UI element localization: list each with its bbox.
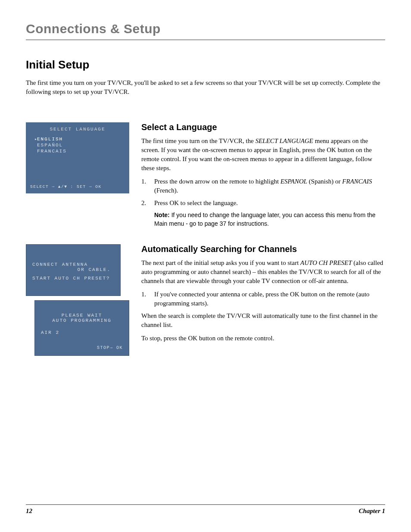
menu-name-italic: AUTO CH PRESET (300, 259, 352, 266)
step-1: 1. If you've connected your antenna or c… (141, 290, 385, 308)
section1-paragraph: The first time you turn on the TV/VCR, t… (141, 137, 385, 173)
note-text: If you need to change the language later… (154, 212, 376, 227)
note-paragraph: Note: If you need to change the language… (141, 211, 385, 228)
section-select-language-row: SELECT LANGUAGE ENGLISH ESPAÑOL FRANCAIS… (26, 122, 385, 228)
page-number: 12 (26, 507, 32, 515)
intro-paragraph: The first time you turn on your TV/VCR, … (26, 78, 385, 96)
osd-lang-item-english: ENGLISH (30, 136, 125, 142)
text: The next part of the initial setup asks … (141, 259, 300, 266)
note-label: Note: (154, 212, 170, 218)
text: The first time you turn on the TV/VCR, t… (141, 137, 255, 144)
section2-p2: When the search is complete the TV/VCR w… (141, 311, 385, 330)
step-number: 2. (141, 199, 149, 208)
osd-auto-programming: PLEASE WAIT AUTO PROGRAMMING AIR 2 STOP→… (34, 300, 129, 356)
osd-stack: CONNECT ANTENNA OR CABLE. START AUTO CH … (26, 244, 129, 356)
option-italic: FRANCAIS (342, 178, 372, 185)
section-auto-search: Automatically Searching for Channels The… (141, 244, 385, 356)
page-title: Initial Setup (26, 58, 385, 72)
step-2: 2. Press OK to select the language. (141, 199, 385, 208)
osd-line: STOP→ OK (41, 345, 123, 350)
menu-name-italic: SELECT LANGUAGE (255, 137, 313, 144)
osd-line: PLEASE WAIT (41, 313, 123, 318)
section-heading-channels: Automatically Searching for Channels (141, 244, 385, 254)
osd-select-language: SELECT LANGUAGE ENGLISH ESPAÑOL FRANCAIS… (26, 122, 129, 193)
step-text: If you've connected your antenna or cabl… (154, 290, 385, 308)
text: (Spanish) or (307, 178, 342, 185)
section2-paragraph: The next part of the initial setup asks … (141, 258, 385, 286)
step-text: Press OK to select the language. (154, 199, 385, 208)
chapter-header: Connections & Setup (26, 22, 385, 40)
text: (French). (154, 187, 178, 194)
osd-connect-antenna: CONNECT ANTENNA OR CABLE. START AUTO CH … (26, 244, 121, 296)
chapter-label: Chapter 1 (359, 507, 385, 515)
steps-list-language: 1. Press the down arrow on the remote to… (141, 177, 385, 208)
step-text: Press the down arrow on the remote to hi… (154, 177, 385, 195)
step-number: 1. (141, 290, 149, 308)
osd-column: SELECT LANGUAGE ENGLISH ESPAÑOL FRANCAIS… (26, 122, 129, 228)
text: Press the down arrow on the remote to hi… (154, 178, 280, 185)
option-italic: ESPANOL (280, 178, 307, 185)
osd-lang-item-francais: FRANCAIS (30, 148, 125, 154)
osd-line: AIR 2 (41, 330, 123, 335)
osd-line: AUTO PROGRAMMING (41, 318, 123, 323)
section-heading-language: Select a Language (141, 122, 385, 132)
section-auto-search-row: CONNECT ANTENNA OR CABLE. START AUTO CH … (26, 244, 385, 356)
step-number: 1. (141, 177, 149, 195)
osd-lang-item-espanol: ESPAÑOL (30, 142, 125, 148)
osd-line: START AUTO CH PRESET? (32, 276, 114, 281)
osd-line: OR CABLE. (32, 267, 114, 272)
page-footer: 12 Chapter 1 (26, 504, 385, 515)
osd-title: SELECT LANGUAGE (30, 127, 125, 132)
osd-line: CONNECT ANTENNA (32, 262, 114, 267)
section2-p3: To stop, press the OK button on the remo… (141, 334, 385, 343)
steps-list-channels: 1. If you've connected your antenna or c… (141, 290, 385, 308)
section-select-language: Select a Language The first time you tur… (141, 122, 385, 228)
osd-footer-hint: SELECT → ▲/▼ : SET → OK (30, 184, 125, 189)
step-1: 1. Press the down arrow on the remote to… (141, 177, 385, 195)
osd-column-2: CONNECT ANTENNA OR CABLE. START AUTO CH … (26, 244, 129, 356)
